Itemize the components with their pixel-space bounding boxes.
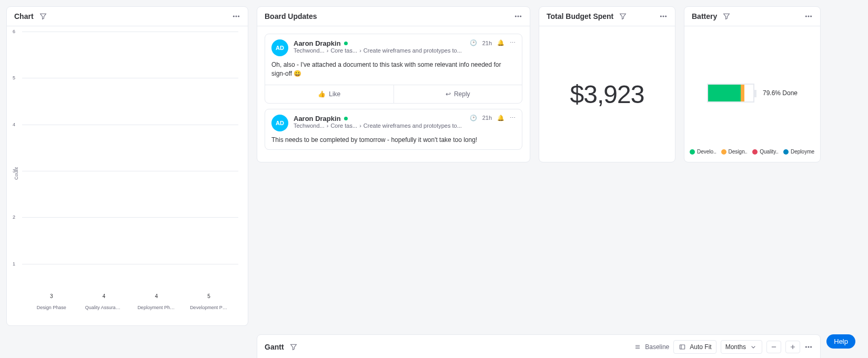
update-time: 21h bbox=[482, 40, 492, 46]
battery-title: Battery bbox=[692, 12, 717, 21]
gantt-header: Gantt Baseline Auto Fit Months bbox=[257, 335, 820, 358]
update-body-text: This needs to be completed by tomorrow -… bbox=[271, 136, 516, 145]
more-icon[interactable] bbox=[804, 343, 813, 351]
chart-widget: Chart Count 1234563Design Phase4Quality … bbox=[6, 6, 248, 326]
legend-item[interactable]: Deployme... bbox=[783, 149, 815, 155]
chart-tick: 1 bbox=[13, 261, 15, 267]
budget-title: Total Budget Spent bbox=[547, 12, 613, 21]
months-label: Months bbox=[725, 343, 746, 351]
more-icon[interactable]: ⋯ bbox=[510, 115, 516, 121]
breadcrumb-item[interactable]: Create wireframes and prototypes to... bbox=[364, 122, 462, 129]
legend-item[interactable]: Develo... bbox=[690, 149, 716, 155]
svg-point-9 bbox=[805, 16, 806, 17]
help-button[interactable]: Help bbox=[826, 334, 855, 349]
update-card[interactable]: ADAaron DrapkinTechwond...›Core tas...›C… bbox=[265, 109, 522, 150]
months-dropdown[interactable]: Months bbox=[721, 340, 762, 354]
breadcrumb-item[interactable]: Core tas... bbox=[330, 47, 357, 54]
chart-bar-label: Quality Assuranc... bbox=[85, 305, 123, 310]
chart-tick: 2 bbox=[13, 214, 15, 220]
update-author: Aaron Drapkin bbox=[294, 39, 341, 47]
gantt-widget: Gantt Baseline Auto Fit Months bbox=[257, 334, 821, 358]
chart-bar-value: 4 bbox=[155, 293, 158, 299]
more-icon[interactable] bbox=[514, 12, 522, 21]
svg-point-0 bbox=[233, 16, 234, 17]
filter-icon[interactable] bbox=[39, 12, 47, 21]
bell-icon[interactable]: 🔔 bbox=[497, 115, 504, 121]
chart-bar-value: 5 bbox=[207, 293, 210, 299]
legend-swatch bbox=[721, 149, 726, 155]
filter-icon[interactable] bbox=[722, 12, 731, 21]
chart-body: Count 1234563Design Phase4Quality Assura… bbox=[7, 26, 248, 321]
clock-icon: 🕑 bbox=[470, 39, 477, 46]
filter-icon[interactable] bbox=[619, 12, 627, 21]
svg-point-7 bbox=[663, 16, 664, 17]
zoom-in-button[interactable] bbox=[785, 341, 800, 353]
svg-rect-12 bbox=[680, 345, 685, 349]
chart-tick: 3 bbox=[13, 168, 15, 173]
update-author: Aaron Drapkin bbox=[294, 115, 341, 122]
filter-icon[interactable] bbox=[289, 343, 298, 351]
svg-point-2 bbox=[238, 16, 239, 17]
battery-body: 79.6% Done Develo...Design...Quality...D… bbox=[684, 26, 820, 162]
svg-point-4 bbox=[518, 16, 519, 17]
clock-icon: 🕑 bbox=[470, 115, 477, 121]
update-card[interactable]: ADAaron DrapkinTechwond...›Core tas...›C… bbox=[265, 34, 522, 104]
more-icon[interactable] bbox=[232, 12, 240, 21]
baseline-toggle[interactable]: Baseline bbox=[633, 343, 669, 351]
svg-point-3 bbox=[515, 16, 516, 17]
svg-point-15 bbox=[811, 346, 812, 347]
reply-button[interactable]: ↩Reply bbox=[393, 85, 522, 103]
chart-bar-group: 3Design Phase bbox=[29, 302, 74, 310]
legend-swatch bbox=[690, 149, 695, 155]
chart-bar-label: Development Pha... bbox=[190, 305, 228, 310]
legend-label: Develo... bbox=[697, 149, 716, 155]
breadcrumb[interactable]: Techwond...›Core tas...›Create wireframe… bbox=[294, 47, 465, 54]
legend-label: Deployme... bbox=[791, 149, 815, 155]
svg-point-5 bbox=[520, 16, 521, 17]
budget-value: $3,923 bbox=[570, 80, 644, 109]
online-status-dot bbox=[344, 42, 348, 45]
chevron-down-icon bbox=[749, 343, 758, 351]
battery-header: Battery bbox=[684, 7, 820, 26]
battery-segment bbox=[708, 85, 741, 101]
chart-tick: 4 bbox=[13, 122, 15, 127]
bell-icon[interactable]: 🔔 bbox=[497, 39, 504, 46]
chart-title: Chart bbox=[14, 12, 34, 21]
thumbs-up-icon: 👍 bbox=[318, 90, 326, 98]
legend-item[interactable]: Quality... bbox=[752, 149, 778, 155]
avatar[interactable]: AD bbox=[271, 39, 288, 56]
reply-icon: ↩ bbox=[446, 90, 451, 98]
svg-point-8 bbox=[665, 16, 667, 17]
svg-point-13 bbox=[805, 346, 806, 347]
gantt-title: Gantt bbox=[265, 343, 284, 351]
chart-tick: 6 bbox=[13, 29, 15, 34]
like-button[interactable]: 👍Like bbox=[265, 85, 393, 103]
chart-bar-label: Design Phase bbox=[37, 305, 66, 310]
legend-item[interactable]: Design... bbox=[721, 149, 748, 155]
gantt-toolbar: Baseline Auto Fit Months bbox=[633, 340, 813, 354]
svg-point-1 bbox=[236, 16, 237, 17]
chart-bar-group: 5Development Pha... bbox=[187, 302, 231, 310]
legend-label: Design... bbox=[729, 149, 748, 155]
more-icon[interactable] bbox=[804, 12, 813, 21]
chart-bar-value: 4 bbox=[103, 293, 106, 299]
breadcrumb-item[interactable]: Techwond... bbox=[294, 122, 325, 129]
online-status-dot bbox=[344, 117, 348, 120]
zoom-out-button[interactable] bbox=[766, 341, 781, 353]
breadcrumb[interactable]: Techwond...›Core tas...›Create wireframe… bbox=[294, 122, 465, 129]
updates-body: ADAaron DrapkinTechwond...›Core tas...›C… bbox=[257, 26, 530, 162]
autofit-icon bbox=[678, 343, 687, 351]
battery-segment bbox=[741, 85, 744, 101]
avatar[interactable]: AD bbox=[271, 115, 288, 131]
board-updates-header: Board Updates bbox=[257, 7, 530, 26]
breadcrumb-item[interactable]: Create wireframes and prototypes to... bbox=[364, 47, 462, 54]
more-icon[interactable] bbox=[659, 12, 668, 21]
legend-swatch bbox=[752, 149, 758, 155]
breadcrumb-item[interactable]: Core tas... bbox=[330, 122, 357, 129]
breadcrumb-item[interactable]: Techwond... bbox=[294, 47, 325, 54]
svg-point-6 bbox=[660, 16, 661, 17]
chart-bar-value: 3 bbox=[50, 293, 53, 299]
autofit-button[interactable]: Auto Fit bbox=[673, 340, 716, 354]
more-icon[interactable]: ⋯ bbox=[510, 39, 516, 46]
legend-swatch bbox=[783, 149, 789, 155]
